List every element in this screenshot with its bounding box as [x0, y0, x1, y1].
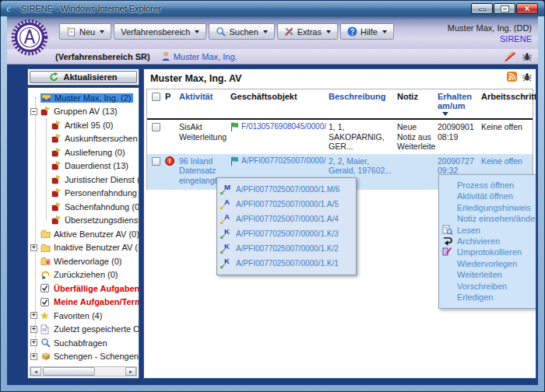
browser-window: SIRENE - Windows Internet Explorer Neu — [0, 0, 545, 392]
menu-item-archivieren[interactable]: Archivieren — [439, 236, 536, 247]
edit-disabled-icon[interactable] — [505, 51, 516, 62]
document-icon — [40, 324, 51, 334]
document-link-item[interactable]: A A/PFI0077025007/0000/1.A/5 — [220, 197, 353, 212]
select-all-checkbox[interactable] — [152, 93, 160, 101]
folder-resubmit-icon — [40, 257, 51, 265]
note-cell — [395, 154, 435, 190]
expand-icon[interactable] — [30, 353, 37, 360]
extras-button[interactable]: Extras — [277, 23, 338, 40]
group-icon — [51, 175, 62, 184]
expand-icon[interactable] — [30, 339, 37, 346]
sidebar-item-zuletzt-gespeicherte[interactable]: Zuletzt gespeicherte Objekte — [30, 323, 139, 337]
main-toolbar: Neu Verfahrensbereich Suchen Extras Hilf… — [59, 23, 394, 40]
table-row[interactable]: SisAkt Weiterleitung F/0130576908045/000… — [147, 120, 533, 154]
column-header-erhalten[interactable]: Erhalten am/um — [435, 89, 479, 118]
debug-bug-icon[interactable] — [522, 52, 532, 61]
expand-icon[interactable] — [30, 244, 37, 251]
group-icon — [51, 148, 62, 157]
menu-item-umprotokollieren[interactable]: Umprotokollieren — [439, 247, 536, 257]
sidebar-tree: Muster Max, Ing. (2) Gruppen AV (13) Art… — [27, 87, 139, 379]
page-title: Muster Max, Ing. AV — [150, 73, 241, 84]
group-icon — [51, 121, 62, 130]
debug-bug-icon[interactable] — [522, 72, 532, 82]
maximize-button[interactable] — [494, 3, 515, 14]
document-link-item[interactable]: K A/PFI0077025007/0000/1.K/3 — [220, 226, 353, 241]
scrollbar-track[interactable] — [41, 367, 125, 376]
sidebar-item-auslieferung[interactable]: Auslieferung (0) — [41, 145, 139, 159]
priority-alert-icon — [165, 156, 174, 166]
document-link-item[interactable]: K A/PFI0077025007/0000/1.K/1 — [220, 256, 353, 271]
rss-feed-icon[interactable] — [507, 72, 517, 82]
document-link-item[interactable]: M A/PFI0077025007/0000/1.M/6 — [220, 182, 353, 197]
minimize-button[interactable] — [471, 3, 493, 14]
star-icon — [40, 311, 51, 320]
help-button-label: Hilfe — [360, 27, 378, 37]
verfahrensbereich-button[interactable]: Verfahrensbereich — [114, 23, 206, 40]
window-title: SIRENE - Windows Internet Explorer — [21, 4, 161, 13]
menu-item-wiedervorlegen[interactable]: Wiedervorlegen — [439, 258, 536, 269]
menu-item-aktivitaet-oeffnen[interactable]: Aktivität öffnen — [439, 191, 536, 201]
task-icon — [40, 284, 51, 292]
sidebar-item-ueberfaellige-aufgaben[interactable]: Überfällige Aufgaben/Termine — [30, 282, 139, 296]
menu-item-erledigungshinweis[interactable]: Erledigungshinweis — [439, 202, 536, 213]
sidebar-item-personenfahndung[interactable]: Personenfahndung (0) — [41, 187, 139, 201]
search-button[interactable]: Suchen — [209, 23, 274, 40]
title-bar: SIRENE - Windows Internet Explorer — [1, 1, 544, 16]
tree-horizontal-scrollbar[interactable] — [30, 366, 137, 376]
sidebar-item-artikel-95[interactable]: Artikel 95 (0) — [41, 118, 139, 132]
document-link-item[interactable]: A A/PFI0077025007/0000/1.A/4 — [220, 212, 353, 226]
sidebar-item-sachenfahndung[interactable]: Sachenfahndung (0) — [41, 200, 139, 214]
menu-item-weiterleiten[interactable]: Weiterleiten — [439, 269, 536, 280]
menu-item-prozess-oeffnen[interactable]: Prozess öffnen — [439, 180, 536, 191]
chevron-down-icon — [263, 30, 268, 33]
sidebar-item-inaktive-benutzer[interactable]: Inaktive Benutzer AV (11) — [30, 241, 139, 255]
sidebar-item-uebersetzungsdienst[interactable]: Übersetzungsdienst (0) — [41, 214, 139, 228]
sidebar-item-zurueckziehen[interactable]: Zurückziehen (0) — [30, 268, 139, 282]
row-checkbox[interactable] — [152, 157, 160, 166]
expand-icon[interactable] — [30, 312, 37, 319]
business-object-link[interactable]: F/0130576908045/0000/1 — [241, 122, 326, 132]
sidebar-item-suchabfragen[interactable]: Suchabfragen — [30, 336, 139, 350]
sidebar-item-gruppen-av[interactable]: Gruppen AV (13) — [30, 105, 139, 119]
sidebar-item-schengen[interactable]: Schengen - Schengen (7) — [30, 350, 139, 364]
help-icon — [347, 26, 357, 37]
column-header-beschreibung[interactable]: Beschreibung — [326, 89, 395, 118]
group-icon — [51, 161, 62, 170]
worksteps-cell: Keine offen — [479, 120, 533, 154]
refresh-button[interactable]: Aktualisieren — [30, 71, 137, 83]
actions-context-menu: Prozess öffnen Aktivität öffnen Erledigu… — [438, 174, 536, 309]
close-button[interactable] — [516, 3, 538, 14]
column-header-aktivitaet[interactable]: Aktivität — [177, 89, 228, 118]
chevron-down-icon — [326, 30, 331, 33]
reprotocol-icon — [442, 247, 452, 257]
menu-item-lesen[interactable]: Lesen — [439, 225, 536, 236]
breadcrumb-user[interactable]: Muster Max, Ing. — [161, 51, 237, 61]
chevron-down-icon — [195, 30, 199, 33]
collapse-icon[interactable] — [30, 108, 37, 115]
new-button[interactable]: Neu — [59, 23, 111, 40]
menu-item-vorschreiben[interactable]: Vorschreiben — [439, 281, 536, 292]
sidebar-item-wiedervorlage[interactable]: Wiedervorlage (0) — [30, 254, 139, 268]
sidebar-item-meine-aufgaben[interactable]: Meine Aufgaben/Termine (3) — [30, 296, 139, 310]
help-button[interactable]: Hilfe — [340, 23, 394, 40]
group-icon — [51, 188, 62, 198]
scroll-left-button[interactable] — [30, 367, 41, 376]
group-icon — [51, 134, 62, 143]
sidebar-item-dauerdienst[interactable]: Dauerdienst (13) — [41, 159, 139, 173]
column-header-arbeitsschritte: Arbeitsschritte — [479, 89, 536, 118]
menu-item-erledigen[interactable]: Erledigen — [439, 292, 536, 303]
sidebar-item-auskunftsersuchen[interactable]: Auskunftsersuchen (0) — [41, 132, 139, 146]
document-link-item[interactable]: K A/PFI0077025007/0000/1.K/2 — [220, 241, 353, 256]
sidebar-item-juristischer-dienst[interactable]: Juristischer Dienst (0) — [41, 173, 139, 187]
scroll-right-button[interactable] — [125, 367, 136, 376]
expand-icon[interactable] — [30, 326, 37, 333]
business-object-link[interactable]: A/PFI0077025007/0000/1 — [241, 156, 326, 166]
scrollbar-thumb[interactable] — [43, 367, 95, 376]
row-checkbox[interactable] — [152, 123, 160, 131]
menu-item-notiz-einsehen[interactable]: Notiz einsehen/ändern — [439, 213, 536, 224]
breadcrumb: (Verfahrensbereich SR) Muster Max, Ing. — [7, 49, 538, 65]
sidebar-item-aktive-benutzer[interactable]: Aktive Benutzer AV (0) — [30, 227, 139, 241]
sidebar-item-muster-max[interactable]: Muster Max, Ing. (2) — [30, 91, 139, 105]
sidebar-item-favoriten[interactable]: Favoriten (4) — [30, 309, 139, 323]
refresh-button-label: Aktualisieren — [63, 72, 117, 82]
